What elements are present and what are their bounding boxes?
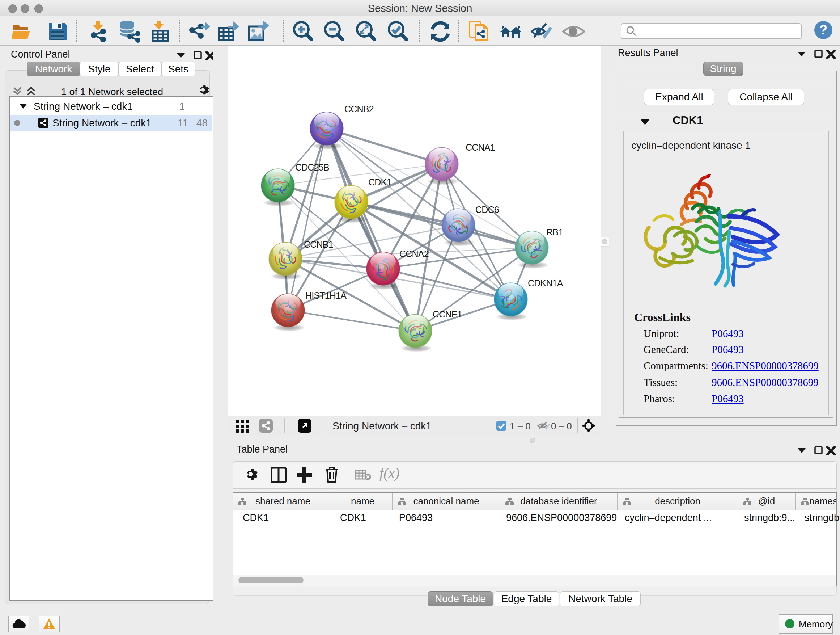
- svg-text:CCNB2: CCNB2: [344, 104, 374, 114]
- svg-text:CDC25B: CDC25B: [295, 162, 329, 172]
- svg-text:CDC6: CDC6: [475, 204, 499, 215]
- svg-text:CCNA1: CCNA1: [466, 142, 495, 152]
- svg-text:HIST1H1A: HIST1H1A: [305, 290, 347, 301]
- svg-text:CDK1: CDK1: [368, 177, 392, 187]
- svg-text:CDKN1A: CDKN1A: [528, 278, 563, 288]
- svg-text:CCNA2: CCNA2: [399, 249, 429, 259]
- svg-text:CCNE1: CCNE1: [433, 309, 462, 319]
- svg-text:RB1: RB1: [546, 227, 563, 237]
- svg-text:CCNB1: CCNB1: [304, 239, 333, 249]
- svg-text:?: ?: [819, 22, 827, 37]
